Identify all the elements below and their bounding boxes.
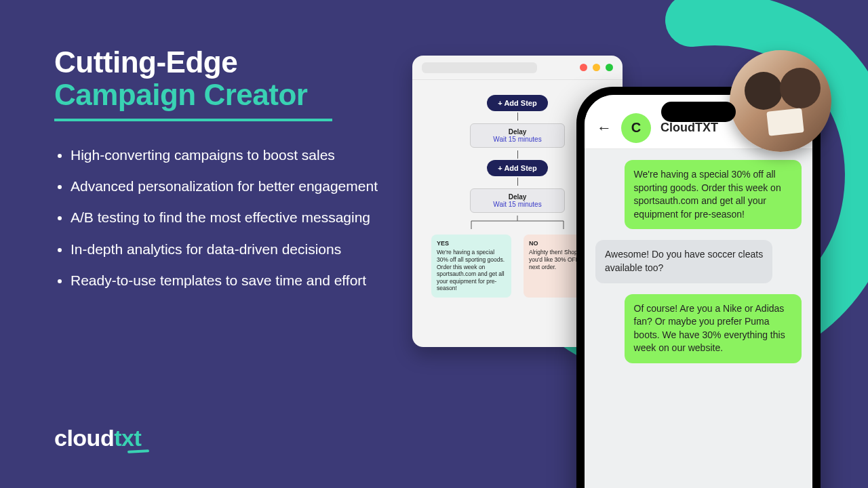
feature-item: A/B testing to find the most effective m… <box>71 208 387 227</box>
delay-node[interactable]: Delay Wait 15 minutes <box>470 188 565 213</box>
branch-yes-label: YES <box>437 240 506 247</box>
window-controls <box>580 64 613 71</box>
connector <box>517 113 518 121</box>
headline-line1: Cutting-Edge <box>54 45 237 79</box>
minimize-icon <box>593 64 600 71</box>
headline-underline <box>54 119 332 121</box>
add-step-button[interactable]: + Add Step <box>487 160 547 176</box>
feature-item: Ready-to-use templates to save time and … <box>71 271 387 290</box>
close-icon <box>580 64 587 71</box>
delay-desc: Wait 15 minutes <box>484 201 551 208</box>
delay-node[interactable]: Delay Wait 15 minutes <box>470 123 565 148</box>
branch-yes-text: We're having a special 30% off all sport… <box>437 249 505 291</box>
connector <box>517 150 518 159</box>
feature-item: In-depth analytics for data-driven decis… <box>71 240 387 259</box>
back-icon[interactable]: ← <box>597 119 612 137</box>
connector <box>517 178 518 186</box>
delay-desc: Wait 15 minutes <box>484 136 551 143</box>
hero-copy: Cutting-Edge Campaign Creator High-conve… <box>54 46 387 303</box>
lifestyle-photo <box>730 50 831 152</box>
url-bar <box>422 62 537 73</box>
browser-chrome <box>412 56 623 80</box>
maximize-icon <box>606 64 613 71</box>
dynamic-island <box>661 102 736 122</box>
avatar[interactable]: C <box>621 113 651 143</box>
avatar-letter: C <box>631 120 641 136</box>
logo-cloud: cloud <box>54 425 114 451</box>
delay-title: Delay <box>484 193 551 201</box>
headline-line2: Campaign Creator <box>54 78 307 111</box>
branch-connector <box>463 216 572 229</box>
logo-txt: txt <box>114 425 141 451</box>
message-list: We're having a special 30% off all sport… <box>585 149 812 374</box>
message-outgoing: We're having a special 30% off all sport… <box>625 160 802 229</box>
delay-title: Delay <box>484 128 551 136</box>
chat-screen: ← C CloudTXT 📞 We're having a special 30… <box>585 95 812 488</box>
add-step-button[interactable]: + Add Step <box>487 95 547 111</box>
cloudtxt-logo: cloudtxt <box>54 425 141 451</box>
feature-item: High-converting campaigns to boost sales <box>71 146 387 165</box>
feature-list: High-converting campaigns to boost sales… <box>71 146 387 291</box>
message-incoming: Awesome! Do you have soccer cleats avail… <box>595 240 772 283</box>
branch-yes[interactable]: YES We're having a special 30% off all s… <box>431 235 511 298</box>
message-outgoing: Of course! Are you a Nike or Adidas fan?… <box>625 294 802 363</box>
feature-item: Advanced personalization for better enga… <box>71 177 387 196</box>
